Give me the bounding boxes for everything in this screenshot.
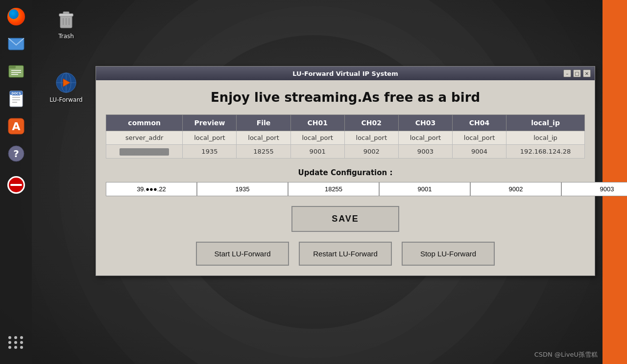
col-file: File [237,115,290,131]
svg-text:DOCS: DOCS [11,91,21,95]
app-title: Enjoy live streaming.As free as a bird [106,90,585,105]
minimize-button[interactable]: – [563,69,571,77]
input-common[interactable] [106,182,197,196]
input-file[interactable] [288,182,379,196]
input-ch01[interactable] [379,182,470,196]
sub-ch04: local_port [452,131,506,145]
config-table: common Preview File CH01 CH02 CH03 CH04 … [106,114,585,159]
input-ch03[interactable] [561,182,627,196]
files-icon [7,63,25,80]
val-ch04: 9004 [452,145,506,159]
col-ch03: CH03 [398,115,452,131]
val-file: 18255 [237,145,290,159]
docs-icon: DOCS [7,90,25,108]
val-ch02: 9002 [344,145,398,159]
table-header-row: common Preview File CH01 CH02 CH03 CH04 … [106,115,585,131]
trash-desktop-icon[interactable]: Trash [47,7,86,40]
trash-label: Trash [58,33,74,40]
grid-icon [4,332,28,353]
window-title: LU-Forward Virtual IP System [292,70,398,77]
value-row: 39.●●●●●●.22 1935 18255 9001 9002 9003 9… [106,145,585,159]
trash-icon [54,7,78,31]
col-preview: Preview [183,115,237,131]
window-titlebar: LU-Forward Virtual IP System – □ ✕ [96,67,595,80]
col-local-ip: local_ip [506,115,585,131]
col-ch04: CH04 [452,115,506,131]
firefox-icon [7,8,25,25]
col-ch02: CH02 [344,115,398,131]
save-button[interactable]: SAVE [291,206,399,232]
sub-local-ip: local_ip [506,131,585,145]
val-preview: 1935 [183,145,237,159]
val-common: 39.●●●●●●.22 [106,145,183,159]
taskbar: DOCS A ? [0,0,32,364]
sub-file: local_port [237,131,290,145]
input-ch02[interactable] [470,182,561,196]
taskbar-docs[interactable]: DOCS [4,87,28,111]
val-local-ip: 192.168.124.28 [506,145,585,159]
restart-button[interactable]: Restart LU-Forward [299,242,392,266]
lu-forward-icon [54,71,78,94]
svg-text:?: ? [13,148,19,159]
val-ch01: 9001 [290,145,344,159]
svg-text:A: A [12,120,20,133]
start-button[interactable]: Start LU-Forward [196,242,289,266]
sub-ch01: local_port [290,131,344,145]
taskbar-grid[interactable] [4,331,28,354]
taskbar-bottom [0,331,32,354]
sub-preview: local_port [183,131,237,145]
maximize-button[interactable]: □ [573,69,581,77]
stop-button[interactable]: Stop LU-Forward [402,242,495,266]
update-inputs-row [106,182,585,196]
taskbar-email[interactable] [4,32,28,56]
svg-rect-24 [59,14,73,16]
taskbar-files[interactable] [4,60,28,83]
close-button[interactable]: ✕ [583,69,591,77]
app-window: LU-Forward Virtual IP System – □ ✕ Enjoy… [96,66,595,276]
col-common: common [106,115,183,131]
sub-ch02: local_port [344,131,398,145]
watermark: CSDN @LiveU孫雪糕 [534,350,598,359]
help-icon: ? [7,145,25,162]
no-entry-icon [7,176,25,194]
sub-common: server_addr [106,131,183,145]
svg-rect-2 [9,66,16,68]
window-controls: – □ ✕ [563,69,591,77]
val-ch03: 9003 [398,145,452,159]
taskbar-firefox[interactable] [4,5,28,28]
update-section: Update Configuration : [106,168,585,196]
taskbar-help[interactable]: ? [4,142,28,165]
col-ch01: CH01 [290,115,344,131]
lu-forward-desktop-icon[interactable]: LU-Forward [47,71,86,103]
window-content: Enjoy live streaming.As free as a bird c… [96,80,595,275]
taskbar-no-entry[interactable] [4,173,28,197]
update-config-label: Update Configuration : [106,168,585,177]
action-buttons: Start LU-Forward Restart LU-Forward Stop… [106,242,585,266]
input-preview[interactable] [197,182,288,196]
sub-header-row: server_addr local_port local_port local_… [106,131,585,145]
appstore-icon: A [7,117,25,135]
desktop: DOCS A ? [0,0,627,364]
email-icon [7,35,25,53]
lu-forward-label: LU-Forward [49,96,82,103]
taskbar-appstore[interactable]: A [4,114,28,138]
sub-ch03: local_port [398,131,452,145]
